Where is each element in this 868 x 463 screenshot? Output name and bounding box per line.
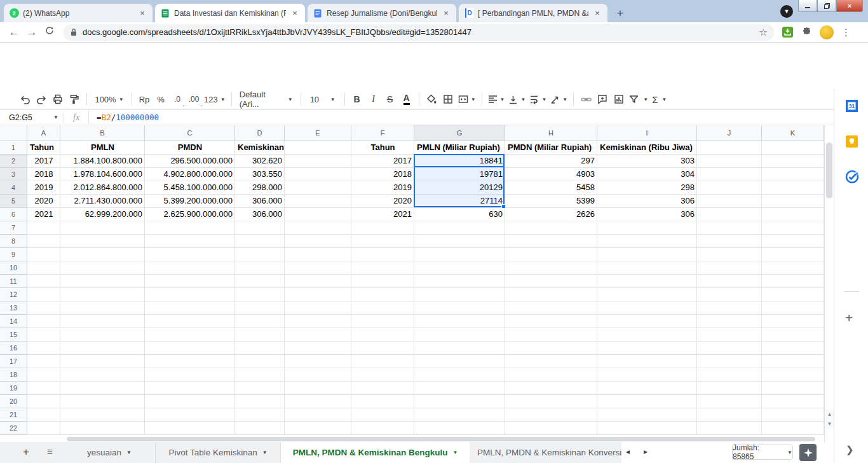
cell-C1[interactable]: PMDN [145, 141, 235, 155]
cell-H2[interactable]: 297 [505, 155, 597, 168]
cell-I4[interactable]: 298 [597, 181, 697, 195]
add-addon-icon[interactable]: + [845, 310, 853, 326]
cell-G4[interactable]: 20129 [414, 181, 505, 195]
vertical-scrollbar-thumb[interactable] [826, 142, 832, 198]
vertical-scrollbar[interactable]: ▲ ▼ [824, 125, 834, 442]
row-header-3[interactable]: 3 [0, 168, 27, 181]
horizontal-scrollbar-thumb[interactable] [67, 437, 815, 441]
cell-D1[interactable]: Kemiskinan [235, 141, 285, 155]
tasks-icon[interactable] [845, 170, 858, 183]
cell-G5[interactable]: 27114 [414, 195, 505, 208]
cell-C2[interactable]: 296.500.000.000 [145, 155, 235, 168]
row-header-11[interactable]: 11 [0, 275, 27, 288]
row-header-5[interactable]: 5 [0, 195, 27, 208]
tab-close-icon[interactable]: × [441, 8, 451, 18]
window-minimize-button[interactable] [798, 0, 817, 12]
cell-H3[interactable]: 4903 [505, 168, 597, 181]
cell-B5[interactable]: 2.711.430.000.000 [60, 195, 145, 208]
row-header-16[interactable]: 16 [0, 342, 27, 355]
browser-tab-perbandingan[interactable]: D [ Perbandingan PMLN, PMDN &a × [459, 4, 607, 22]
column-header-B[interactable]: B [60, 125, 145, 141]
scroll-down-icon[interactable]: ▼ [825, 419, 834, 429]
text-color-button[interactable]: A [398, 91, 415, 107]
column-header-K[interactable]: K [762, 125, 824, 141]
add-sheet-icon[interactable]: + [23, 446, 29, 459]
cell-D5[interactable]: 306.000 [235, 195, 285, 208]
cell-F2[interactable]: 2017 [351, 155, 414, 168]
cell-F6[interactable]: 2021 [351, 208, 414, 221]
cell-F1[interactable]: Tahun [351, 141, 414, 155]
sheet-tab-penyesuaian[interactable]: yesuaian▼ [64, 442, 156, 463]
sheet-tab-konversi[interactable]: PMLN, PMDN & Kemiskinan Konversi [470, 442, 621, 463]
insert-link-icon[interactable] [578, 91, 594, 107]
cell-A6[interactable]: 2021 [27, 208, 60, 221]
reload-icon[interactable] [41, 25, 58, 39]
print-icon[interactable] [50, 91, 66, 107]
sheet-tab-pivot[interactable]: Pivot Table Kemiskinan▼ [156, 442, 281, 463]
row-header-15[interactable]: 15 [0, 328, 27, 342]
column-header-J[interactable]: J [697, 125, 762, 141]
vertical-align-icon[interactable]: ▼ [506, 91, 527, 107]
column-header-C[interactable]: C [145, 125, 235, 141]
cell-F4[interactable]: 2019 [351, 181, 414, 195]
tab-close-icon[interactable]: × [592, 8, 602, 18]
font-select[interactable]: Default (Ari...▼ [236, 91, 297, 107]
row-header-14[interactable]: 14 [0, 315, 27, 328]
select-all-corner[interactable] [0, 125, 27, 141]
text-rotation-icon[interactable]: ▼ [548, 91, 569, 107]
cell-F5[interactable]: 2020 [351, 195, 414, 208]
all-sheets-icon[interactable]: ≡ [47, 446, 53, 457]
filter-icon[interactable]: ▼ [627, 91, 650, 107]
zoom-select[interactable]: 100%▼ [91, 91, 128, 107]
cell-D3[interactable]: 303.550 [235, 168, 285, 181]
window-restore-button[interactable] [817, 0, 836, 12]
insert-chart-icon[interactable] [611, 91, 627, 107]
browser-tab-sheets[interactable]: Data Investasi dan Kemiskinan (F × [155, 4, 305, 22]
row-header-6[interactable]: 6 [0, 208, 27, 221]
row-header-10[interactable]: 10 [0, 261, 27, 275]
italic-button[interactable]: I [365, 91, 382, 107]
bold-button[interactable]: B [349, 91, 365, 107]
cell-I5[interactable]: 306 [597, 195, 697, 208]
horizontal-align-icon[interactable]: ▼ [486, 91, 507, 107]
font-size-select[interactable]: 10▼ [305, 91, 341, 107]
back-icon[interactable]: ← [5, 26, 23, 39]
row-header-17[interactable]: 17 [0, 355, 27, 368]
cell-A2[interactable]: 2017 [27, 155, 60, 168]
column-header-E[interactable]: E [285, 125, 351, 141]
functions-sum-button[interactable]: Σ▼ [650, 91, 668, 107]
cell-A5[interactable]: 2020 [27, 195, 60, 208]
cell-B2[interactable]: 1.884.100.800.000 [60, 155, 145, 168]
strikethrough-button[interactable]: S [382, 91, 398, 107]
cell-F3[interactable]: 2018 [351, 168, 414, 181]
cell-C5[interactable]: 5.399.200.000.000 [145, 195, 235, 208]
cell-C3[interactable]: 4.902.800.000.000 [145, 168, 235, 181]
url-bar[interactable]: docs.google.com/spreadsheets/d/1OxijttRR… [64, 24, 774, 41]
cell-A3[interactable]: 2018 [27, 168, 60, 181]
new-tab-button[interactable]: + [613, 6, 628, 21]
browser-avatar[interactable] [820, 25, 834, 39]
tab-search-icon[interactable]: ▼ [780, 5, 793, 18]
row-header-12[interactable]: 12 [0, 288, 27, 301]
extensions-puzzle-icon[interactable] [801, 27, 812, 38]
scroll-tabs-left-icon[interactable]: ◂ [626, 447, 630, 456]
row-header-18[interactable]: 18 [0, 368, 27, 382]
row-header-7[interactable]: 7 [0, 221, 27, 235]
row-header-8[interactable]: 8 [0, 235, 27, 248]
column-header-A[interactable]: A [27, 125, 60, 141]
row-header-13[interactable]: 13 [0, 301, 27, 315]
explore-button[interactable] [799, 444, 817, 461]
formula-input[interactable]: =B2/100000000 [88, 110, 159, 125]
sheet-tab-bengkulu-active[interactable]: PMLN, PMDN & Kemiskinan Bengkulu▼ [281, 442, 470, 463]
cell-C6[interactable]: 2.625.900.000.000 [145, 208, 235, 221]
borders-icon[interactable] [440, 91, 456, 107]
cell-G2[interactable]: 18841 [414, 155, 505, 168]
row-header-9[interactable]: 9 [0, 248, 27, 261]
redo-icon[interactable] [33, 91, 50, 107]
row-header-2[interactable]: 2 [0, 155, 27, 168]
cell-B3[interactable]: 1.978.104.600.000 [60, 168, 145, 181]
cell-H4[interactable]: 5458 [505, 181, 597, 195]
row-header-20[interactable]: 20 [0, 395, 27, 408]
cell-G6[interactable]: 630 [414, 208, 505, 221]
column-header-D[interactable]: D [235, 125, 285, 141]
